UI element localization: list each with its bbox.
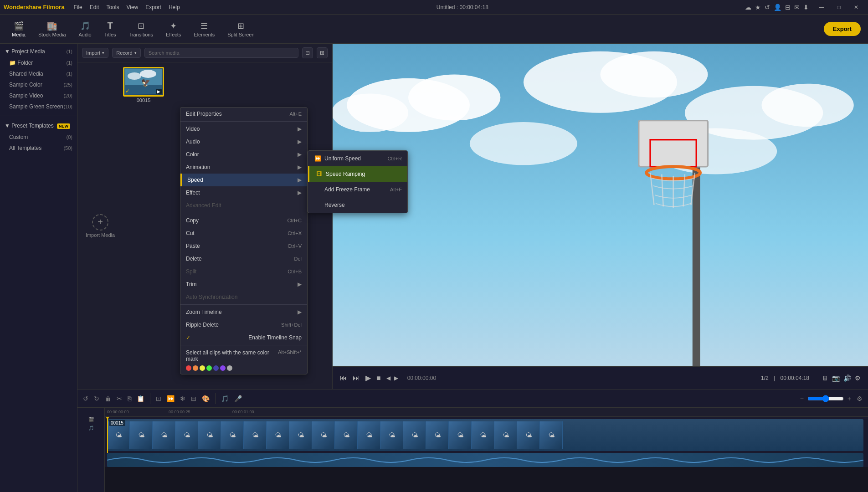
ctx-select-color[interactable]: Select all clips with the same color mar… xyxy=(180,346,307,374)
menu-export[interactable]: Export xyxy=(145,4,161,10)
zoom-in-button[interactable]: + xyxy=(846,393,853,404)
color-button[interactable]: 🎨 xyxy=(200,393,211,404)
ctx-trim[interactable]: Trim ▶ xyxy=(180,278,307,291)
sidebar-item-sample-color[interactable]: Sample Color (25) xyxy=(0,79,77,90)
delete-button[interactable]: 🗑 xyxy=(103,393,113,404)
toolbar-audio[interactable]: 🎵 Audio xyxy=(74,19,96,39)
project-media-header[interactable]: ▼ Project Media (1) xyxy=(0,46,77,57)
undo-button[interactable]: ↺ xyxy=(81,393,90,404)
zoom-slider[interactable] xyxy=(807,395,844,402)
ctx-color[interactable]: Color ▶ xyxy=(180,148,307,161)
search-input[interactable] xyxy=(144,48,298,58)
sidebar-item-folder[interactable]: 📁 Folder (1) xyxy=(0,57,77,68)
toolbar-elements[interactable]: ☰ Elements xyxy=(189,19,219,39)
ctx-delete[interactable]: Delete Del xyxy=(180,252,307,265)
play-button[interactable]: ▶ xyxy=(365,374,371,382)
ctx-video[interactable]: Video ▶ xyxy=(180,123,307,135)
grid-button[interactable]: ⊞ xyxy=(317,47,328,58)
ctx-paste[interactable]: Paste Ctrl+V xyxy=(180,240,307,252)
cut-button[interactable]: ✂ xyxy=(115,393,124,404)
message-icon[interactable]: ✉ xyxy=(794,4,800,11)
user-icon[interactable]: 👤 xyxy=(774,4,781,11)
record-button[interactable]: Record ▾ xyxy=(112,48,140,58)
camera-icon[interactable]: 📷 xyxy=(832,374,840,382)
color-dot-red[interactable] xyxy=(186,365,191,371)
sidebar-item-sample-green[interactable]: Sample Green Screen (10) xyxy=(0,101,77,112)
zoom-out-button[interactable]: − xyxy=(798,393,806,404)
speed-item-ramping[interactable]: 🎞 Speed Ramping xyxy=(308,166,407,182)
voice-button[interactable]: 🎤 xyxy=(232,393,244,404)
ctx-paste-shortcut: Ctrl+V xyxy=(288,243,302,249)
monitor-icon[interactable]: 🖥 xyxy=(822,374,828,382)
prev-frame-icon[interactable]: ◀ xyxy=(386,375,390,381)
stop-button[interactable]: ■ xyxy=(376,374,381,382)
color-dot-gray[interactable] xyxy=(227,365,232,371)
crop-button[interactable]: ⊡ xyxy=(154,393,163,404)
freeze-button[interactable]: ❄ xyxy=(178,393,187,404)
menu-file[interactable]: File xyxy=(73,4,82,10)
speed-item-uniform[interactable]: ⏩ Uniform Speed Ctrl+R xyxy=(308,151,407,166)
volume-icon[interactable]: 🔊 xyxy=(843,374,851,382)
color-dot-yellow[interactable] xyxy=(200,365,205,371)
notification-icon[interactable]: ★ xyxy=(755,4,761,11)
ctx-edit-properties[interactable]: Edit Properties Alt+E xyxy=(180,108,307,120)
next-frame-icon[interactable]: ▶ xyxy=(394,375,398,381)
ctx-animation[interactable]: Animation ▶ xyxy=(180,161,307,174)
timeline: ↺ ↻ 🗑 ✂ ⎘ 📋 ⊡ ⏩ ❄ ⊟ 🎨 🎵 🎤 − + ⚙ xyxy=(77,389,868,492)
color-dot-purple[interactable] xyxy=(220,365,226,371)
jump-start-button[interactable]: ⏮ xyxy=(340,374,347,382)
ctx-zoom-timeline[interactable]: Zoom Timeline ▶ xyxy=(180,306,307,318)
cloud-icon[interactable]: ☁ xyxy=(745,4,751,11)
ctx-cut[interactable]: Cut Ctrl+X xyxy=(180,227,307,240)
ctx-effect[interactable]: Effect ▶ xyxy=(180,186,307,199)
menu-view[interactable]: View xyxy=(126,4,138,10)
redo-button[interactable]: ↻ xyxy=(92,393,101,404)
menu-edit[interactable]: Edit xyxy=(90,4,99,10)
toolbar-media[interactable]: 🎬 Media xyxy=(7,19,30,39)
toolbar-effects[interactable]: ✦ Effects xyxy=(161,19,185,39)
speed-item-reverse[interactable]: Reverse xyxy=(308,197,407,213)
maximize-button[interactable]: □ xyxy=(831,0,847,15)
sidebar-item-custom[interactable]: Custom (0) xyxy=(0,132,77,143)
color-dot-blue[interactable] xyxy=(213,365,219,371)
speed-item-freeze[interactable]: Add Freeze Frame Alt+F xyxy=(308,182,407,197)
speed-button[interactable]: ⏩ xyxy=(165,393,176,404)
video-clip[interactable]: 🌤 🌤 🌤 🌤 🌤 🌤 🌤 🌤 🌤 🌤 🌤 xyxy=(107,419,863,451)
settings-icon[interactable]: ⚙ xyxy=(855,374,861,382)
paste-button[interactable]: 📋 xyxy=(135,393,146,404)
sidebar-item-shared-media[interactable]: Shared Media (1) xyxy=(0,68,77,79)
sidebar-item-sample-video[interactable]: Sample Video (20) xyxy=(0,90,77,101)
audio-duck-button[interactable]: 🎵 xyxy=(219,393,231,404)
ctx-audio[interactable]: Audio ▶ xyxy=(180,135,307,148)
download-icon[interactable]: ⬇ xyxy=(803,4,809,11)
svg-point-3 xyxy=(140,70,156,78)
ctx-enable-snap[interactable]: ✓ Enable Timeline Snap xyxy=(180,331,307,344)
menu-tools[interactable]: Tools xyxy=(106,4,119,10)
import-button[interactable]: Import ▾ xyxy=(82,48,108,58)
color-dot-green[interactable] xyxy=(206,365,212,371)
toolbar-transitions[interactable]: ⊡ Transitions xyxy=(124,19,158,39)
step-back-button[interactable]: ⏭ xyxy=(353,374,360,382)
import-media-area[interactable]: + Import Media xyxy=(82,67,118,384)
menu-help[interactable]: Help xyxy=(169,4,180,10)
media-thumbnail-00015[interactable]: 🦅 ▶ ✓ 00015 xyxy=(123,67,164,384)
sync-icon[interactable]: ↺ xyxy=(765,4,770,11)
toolbar-titles[interactable]: T Titles xyxy=(100,19,121,39)
filter-button[interactable]: ⊟ xyxy=(302,47,313,58)
color-dot-orange[interactable] xyxy=(193,365,198,371)
close-button[interactable]: ✕ xyxy=(848,0,864,15)
toolbar-stock-media[interactable]: 🏬 Stock Media xyxy=(34,19,71,39)
export-button[interactable]: Export xyxy=(824,22,861,36)
minimize-button[interactable]: — xyxy=(813,0,830,15)
settings-btn[interactable]: ⚙ xyxy=(855,393,864,404)
windows-icon[interactable]: ⊟ xyxy=(785,4,791,11)
ctx-ripple-delete[interactable]: Ripple Delete Shift+Del xyxy=(180,318,307,331)
waveform-svg xyxy=(107,453,863,467)
copy-button[interactable]: ⎘ xyxy=(126,393,133,404)
sidebar-item-all-templates[interactable]: All Templates (50) xyxy=(0,143,77,154)
split-button[interactable]: ⊟ xyxy=(189,393,198,404)
ctx-copy[interactable]: Copy Ctrl+C xyxy=(180,214,307,227)
ctx-speed[interactable]: Speed ▶ xyxy=(180,174,307,186)
preset-templates-header[interactable]: ▼ Preset Templates NEW xyxy=(0,120,77,132)
toolbar-split-screen[interactable]: ⊞ Split Screen xyxy=(223,19,259,39)
